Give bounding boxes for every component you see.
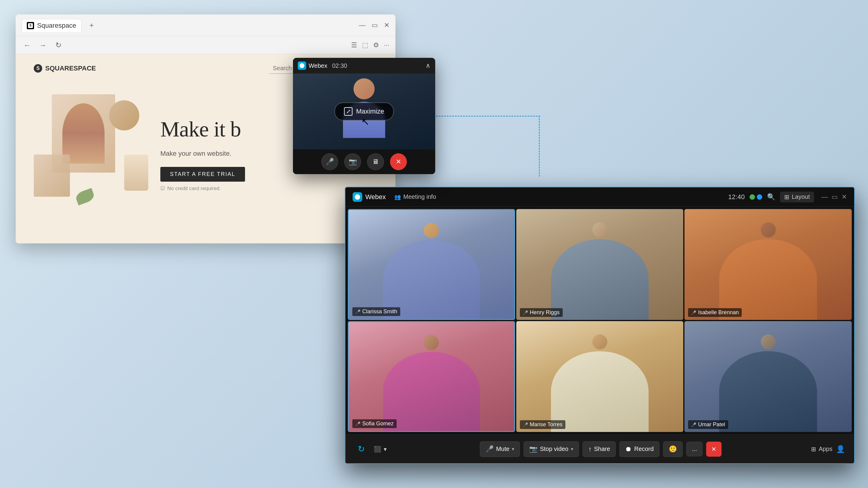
webex-mini-logo: Webex	[298, 61, 327, 70]
video-bg-henry	[516, 209, 684, 320]
webex-full-app-name: Webex	[365, 193, 386, 201]
person-marise-figure	[516, 321, 684, 432]
maximize-button[interactable]: ⤢ Maximize	[335, 102, 394, 121]
meeting-info-button[interactable]: 👥 Meeting info	[391, 192, 440, 202]
record-label: Record	[634, 446, 653, 452]
share-icon[interactable]: ⬚	[362, 41, 368, 49]
close-button[interactable]: ✕	[384, 22, 390, 29]
mute-button[interactable]: 🎤 Mute ▾	[480, 441, 520, 457]
marise-body	[551, 351, 649, 432]
webex-mini-titlebar: Webex 02:30 ∧	[293, 58, 435, 73]
search-button[interactable]: 🔍	[767, 193, 775, 201]
emoji-icon: 🙂	[669, 445, 677, 453]
share-icon: ↑	[588, 445, 592, 453]
new-tab-button[interactable]: +	[86, 20, 97, 31]
toolbar-left: ↻ ⬛ ▾	[354, 443, 390, 456]
mic-icon-clarissa: 🎤	[355, 310, 361, 314]
participants-button[interactable]: 👤	[836, 445, 845, 453]
apps-label: Apps	[818, 446, 832, 452]
checkbox-icon: ☑	[160, 185, 165, 192]
full-close-button[interactable]: ✕	[841, 193, 847, 201]
extensions-icon[interactable]: ⚙	[373, 41, 379, 49]
mini-end-call-button[interactable]: ✕	[390, 153, 407, 170]
refresh-button[interactable]: ↻	[53, 40, 64, 51]
person-clarissa-figure	[349, 210, 514, 319]
webex-mini-video: ⤢ Maximize ↖	[293, 73, 435, 150]
mini-mute-button[interactable]: 🎤	[321, 153, 338, 170]
isabelle-head	[761, 222, 776, 237]
cta-button[interactable]: START A FREE TRIAL	[160, 167, 245, 182]
mini-screen-share-button[interactable]: 🖥	[367, 153, 384, 170]
status-indicators	[749, 194, 762, 200]
sofia-body	[383, 352, 480, 431]
layout-label: Layout	[792, 193, 810, 200]
mic-icon-isabelle: 🎤	[691, 310, 696, 315]
maximize-icon: ⤢	[344, 107, 352, 116]
marise-name-label: 🎤 Marise Torres	[520, 420, 566, 429]
meeting-info-label: Meeting info	[403, 193, 436, 200]
no-credit-label: No credit card required.	[167, 186, 221, 192]
browser-titlebar: S Squarespace + — ▭ ✕	[16, 14, 396, 36]
umar-name-text: Umar Patel	[698, 421, 725, 428]
henry-head	[592, 222, 607, 237]
browser-addressbar: ← → ↻ ☰ ⬚ ⚙ ···	[16, 36, 396, 54]
mic-icon-henry: 🎤	[523, 310, 528, 315]
back-button[interactable]: ←	[22, 40, 33, 51]
webex-logo-icon-full	[352, 192, 362, 202]
webex-full-logo: Webex	[352, 192, 386, 202]
marise-figure	[546, 334, 654, 432]
henry-figure	[546, 222, 654, 320]
full-minimize-button[interactable]: —	[821, 193, 828, 201]
product-bottle	[124, 155, 148, 191]
end-call-button[interactable]: ✕	[706, 442, 721, 457]
layout-button[interactable]: ⊞ Layout	[780, 192, 814, 202]
webex-mini-close-button[interactable]: ∧	[426, 62, 430, 70]
browser-tab-squarespace[interactable]: S Squarespace	[22, 19, 82, 32]
webex-mini-controls: 🎤 📷 🖥 ✕	[293, 150, 435, 174]
favicon-inner: S	[28, 23, 33, 28]
mic-icon-sofia: 🎤	[355, 421, 361, 426]
clarissa-name-label: 🎤 Clarissa Smith	[352, 307, 400, 316]
video-cell-clarissa: 🎤 Clarissa Smith	[348, 209, 515, 320]
person-isabelle-figure	[684, 209, 852, 320]
sync-icon: ↻	[354, 443, 368, 456]
sofia-name-text: Sofia Gomez	[362, 421, 394, 427]
tab-label: Squarespace	[37, 22, 76, 30]
video-cell-henry: 🎤 Henry Riggs	[516, 209, 684, 320]
share-button[interactable]: ↑ Share	[583, 441, 616, 457]
record-button[interactable]: ⏺ Record	[619, 441, 659, 457]
forward-button[interactable]: →	[37, 40, 48, 51]
minimize-button[interactable]: —	[359, 22, 366, 29]
sofia-figure	[378, 335, 485, 431]
umar-figure	[714, 334, 823, 432]
video-bg-marise	[516, 321, 684, 432]
video-bg-sofia	[349, 322, 514, 431]
video-bg-umar	[684, 321, 852, 432]
emoji-button[interactable]: 🙂	[663, 441, 683, 457]
mic-icon-umar: 🎤	[691, 422, 696, 427]
squarespace-logo: S SQUARESPACE	[34, 64, 96, 73]
video-cell-marise: 🎤 Marise Torres	[516, 321, 684, 432]
full-maximize-button[interactable]: ▭	[832, 193, 838, 201]
more-options-button[interactable]: ...	[686, 442, 703, 456]
mute-label: Mute	[496, 446, 509, 452]
sofia-name-label: 🎤 Sofia Gomez	[352, 419, 397, 428]
webex-full-titlebar: Webex 👥 Meeting info 12:40 🔍 ⊞ Layout — …	[345, 187, 854, 207]
isabelle-name-label: 🎤 Isabelle Brennan	[688, 308, 742, 317]
stop-video-button[interactable]: 📷 Stop video ▾	[524, 441, 579, 457]
captions-caret: ▾	[384, 446, 387, 453]
window-controls-full: — ▭ ✕	[821, 193, 847, 201]
more-icon[interactable]: ···	[384, 41, 390, 49]
mini-video-button[interactable]: 📷	[344, 153, 361, 170]
window-controls: — ▭ ✕	[359, 22, 390, 29]
captions-button[interactable]: ⬛ ▾	[370, 444, 390, 455]
video-bg-clarissa	[349, 210, 514, 319]
webex-mini-app-name: Webex	[309, 62, 327, 69]
maximize-button[interactable]: ▭	[372, 22, 378, 29]
webex-mini-timer: 02:30	[332, 62, 347, 69]
webex-ball-mini	[300, 63, 304, 68]
umar-name-label: 🎤 Umar Patel	[688, 420, 728, 429]
bookmark-icon[interactable]: ☰	[351, 41, 357, 49]
mute-icon: 🎤	[486, 445, 494, 453]
apps-button[interactable]: ⊞ Apps	[811, 446, 832, 453]
